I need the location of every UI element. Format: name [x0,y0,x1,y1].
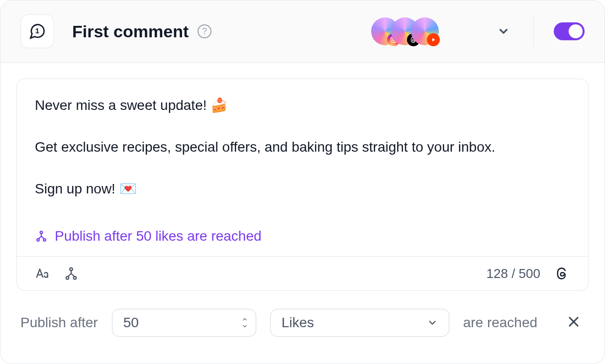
chevron-up-icon[interactable] [241,316,249,322]
rule-value-input[interactable] [123,315,241,331]
workflow-icon [64,266,79,281]
text-format-button[interactable] [35,266,50,281]
network-indicator-threads[interactable] [554,266,570,281]
trigger-summary: Publish after 50 likes are reached [35,228,570,244]
trigger-summary-text: Publish after 50 likes are reached [55,228,262,244]
panel-header: 1 First comment ? [0,0,605,63]
header-icon-box: 1 [20,14,54,48]
threads-icon [555,267,569,280]
panel-title: First comment [72,22,189,41]
rule-metric-value: Likes [282,315,314,331]
account-avatar-youtube[interactable] [411,17,439,45]
remove-rule-button[interactable] [563,311,585,335]
account-avatars[interactable] [371,17,439,45]
text-icon [35,266,50,281]
close-icon [567,315,581,329]
accounts-dropdown-toggle[interactable] [494,21,513,41]
rule-value-field[interactable] [112,309,256,337]
chevron-down-icon[interactable] [241,323,249,329]
comment-toolbar: 128 / 500 [17,256,588,290]
rule-metric-select[interactable]: Likes [270,309,449,337]
char-counter: 128 / 500 [487,266,540,281]
rule-suffix: are reached [463,315,537,331]
svg-text:1: 1 [35,26,39,35]
comment-textarea[interactable]: Never miss a sweet update! 🍰 Get exclusi… [35,95,570,214]
chevron-down-icon [497,25,510,38]
comment-one-icon: 1 [28,22,46,40]
comment-body: Never miss a sweet update! 🍰 Get exclusi… [17,79,588,256]
help-icon[interactable]: ? [198,24,211,38]
publish-rule-row: Publish after Likes are reached [16,309,589,337]
rule-prefix: Publish after [20,315,98,331]
workflow-icon [35,230,48,243]
comment-card: Never miss a sweet update! 🍰 Get exclusi… [16,79,589,291]
first-comment-panel: 1 First comment ? [0,0,605,364]
divider [533,16,534,46]
panel-content: Never miss a sweet update! 🍰 Get exclusi… [0,63,605,364]
youtube-icon [427,33,440,46]
chevron-down-icon [427,317,438,328]
value-stepper[interactable] [241,316,249,329]
feature-toggle[interactable] [554,22,585,40]
workflow-button[interactable] [64,266,79,281]
